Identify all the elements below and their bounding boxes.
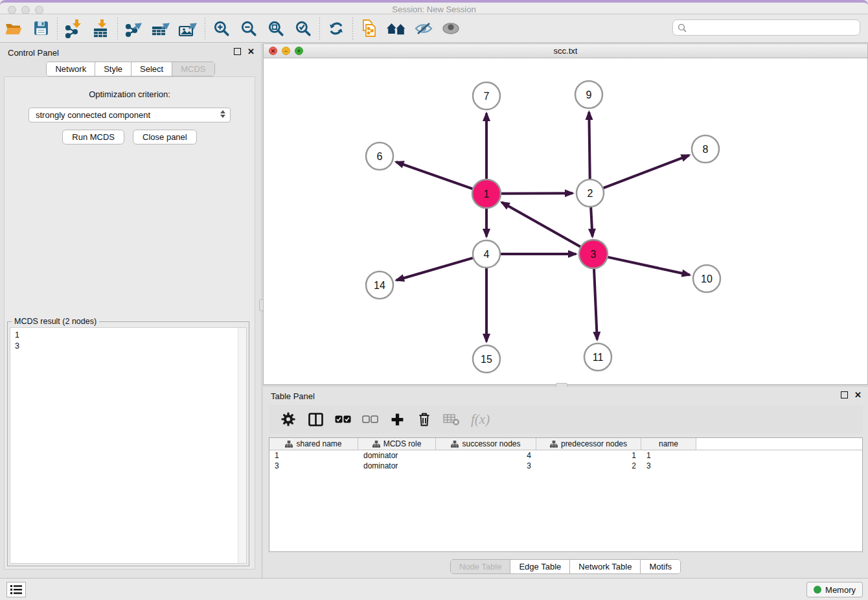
edge-4-14[interactable] [396, 258, 473, 280]
memory-button[interactable]: Memory [806, 582, 863, 597]
column-header-label: predecessor nodes [561, 439, 627, 448]
table-row[interactable]: 3dominator323 [269, 461, 862, 471]
column-header-shared-name[interactable]: shared name [269, 438, 358, 450]
table-panel-float-icon[interactable] [841, 391, 848, 398]
edge-2-9[interactable] [589, 112, 589, 179]
edge-2-3[interactable] [591, 207, 592, 237]
control-panel-float-icon[interactable] [234, 48, 241, 55]
column-header-MCDS-role[interactable]: MCDS role [358, 438, 436, 450]
control-panel-close-icon[interactable]: ✕ [247, 48, 255, 55]
export-image-icon [178, 19, 199, 38]
table-options-button[interactable] [277, 408, 300, 431]
zoom-fit-button[interactable] [262, 16, 290, 41]
open-session-button[interactable] [0, 16, 27, 41]
search-input[interactable] [672, 19, 860, 36]
tab-node-table[interactable]: Node Table [451, 560, 510, 573]
select-all-icon [335, 415, 351, 423]
node-14[interactable]: 14 [366, 271, 393, 299]
node-3[interactable]: 3 [579, 240, 608, 268]
node-9[interactable]: 9 [575, 81, 602, 108]
save-session-button[interactable] [27, 16, 54, 41]
export-network-button[interactable] [120, 16, 148, 41]
zoom-selected-button[interactable] [290, 16, 317, 41]
control-panel: Control Panel ✕ NetworkStyleSelectMCDS O… [0, 43, 261, 578]
refresh-button[interactable] [323, 16, 350, 41]
node-4[interactable]: 4 [473, 240, 500, 268]
table-row[interactable]: 1dominator411 [269, 450, 862, 461]
edge-1-6[interactable] [396, 162, 473, 189]
edge-2-8[interactable] [604, 156, 689, 189]
edge-1-2[interactable] [501, 193, 573, 194]
column-header-successor-nodes[interactable]: successor nodes [436, 438, 536, 450]
tab-select[interactable]: Select [131, 62, 172, 76]
zoom-out-icon [240, 20, 257, 37]
zoom-out-button[interactable] [235, 16, 262, 41]
column-tree-icon [372, 441, 380, 448]
select-stepper-icon [220, 110, 225, 118]
toolbar-separator [117, 17, 118, 40]
toolbar-separator [319, 17, 320, 40]
control-panel-tabs: NetworkStyleSelectMCDS [46, 62, 214, 76]
criterion-select[interactable]: strongly connected component [29, 108, 231, 122]
node-15[interactable]: 15 [473, 345, 500, 373]
show-columns-button[interactable] [304, 408, 327, 431]
show-button[interactable] [437, 16, 464, 41]
node-label: 11 [593, 352, 604, 363]
close-panel-button[interactable]: Close panel [133, 130, 197, 144]
mcds-result-textarea[interactable]: 13 [10, 327, 247, 564]
memory-label: Memory [825, 585, 856, 595]
network-window-titlebar[interactable]: ✕ − + scc.txt [264, 44, 867, 58]
table-cell: 3 [269, 461, 358, 471]
node-label: 8 [703, 144, 709, 155]
table-cell: 2 [536, 461, 641, 471]
duplicate-network-button[interactable] [356, 16, 383, 41]
create-column-button[interactable] [385, 408, 409, 431]
hide-button[interactable] [410, 16, 437, 41]
show-panels-button[interactable] [6, 582, 26, 597]
export-table-button[interactable] [148, 16, 175, 41]
delete-table-button [440, 408, 463, 431]
node-label: 1 [484, 189, 490, 200]
column-header-label: successor nodes [462, 439, 520, 448]
node-1[interactable]: 1 [472, 179, 501, 208]
save-floppy-icon [34, 21, 49, 36]
column-header-name[interactable]: name [641, 438, 696, 450]
edge-3-10[interactable] [607, 257, 689, 275]
node-11[interactable]: 11 [584, 343, 611, 371]
import-network-button[interactable] [60, 16, 87, 41]
node-2[interactable]: 2 [577, 179, 604, 207]
edge-3-1[interactable] [502, 202, 581, 247]
node-table: shared nameMCDS rolesuccessor nodesprede… [269, 437, 863, 552]
deselect-all-button[interactable] [358, 408, 382, 431]
column-tree-icon [451, 441, 459, 448]
node-6[interactable]: 6 [366, 143, 393, 170]
node-label: 7 [484, 91, 490, 102]
node-label: 15 [481, 354, 492, 365]
table-panel-title: Table Panel [271, 391, 315, 401]
delete-column-button[interactable] [413, 408, 436, 431]
network-canvas[interactable]: 7968124314101511 [264, 58, 867, 384]
tab-edge-table[interactable]: Edge Table [510, 560, 569, 573]
tab-network-table[interactable]: Network Table [569, 560, 640, 573]
export-image-button[interactable] [175, 16, 202, 41]
import-table-button[interactable] [87, 16, 115, 41]
table-panel-close-icon[interactable]: ✕ [854, 391, 862, 398]
tab-mcds[interactable]: MCDS [172, 62, 214, 76]
node-10[interactable]: 10 [693, 265, 720, 292]
node-label: 14 [374, 280, 385, 291]
refresh-icon [328, 20, 345, 37]
node-8[interactable]: 8 [692, 135, 719, 163]
tab-network[interactable]: Network [47, 62, 95, 76]
tab-style[interactable]: Style [95, 62, 131, 76]
select-all-button[interactable] [331, 408, 354, 431]
edge-3-11[interactable] [594, 268, 597, 340]
run-mcds-button[interactable]: Run MCDS [62, 130, 124, 144]
houses-button[interactable] [383, 16, 410, 41]
column-header-predecessor-nodes[interactable]: predecessor nodes [536, 438, 641, 450]
node-7[interactable]: 7 [473, 82, 500, 110]
tab-motifs[interactable]: Motifs [640, 560, 680, 573]
result-scrollbar[interactable] [238, 328, 246, 563]
zoom-in-button[interactable] [208, 16, 235, 41]
eye-icon [441, 22, 461, 35]
application-window: Session: New Session [0, 0, 868, 600]
